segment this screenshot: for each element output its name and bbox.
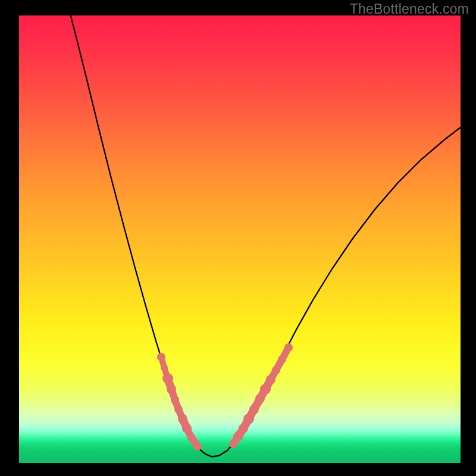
- left-marker-cluster: [157, 353, 202, 450]
- curve-marker: [243, 414, 254, 424]
- curve-marker: [278, 355, 286, 364]
- plot-area: [19, 15, 461, 463]
- curve-marker: [239, 424, 248, 433]
- curve-marker: [233, 432, 243, 441]
- curve-marker: [187, 434, 196, 442]
- curve-marker: [178, 414, 187, 424]
- curve-marker: [193, 442, 202, 450]
- chart-svg: [19, 15, 461, 463]
- curve-marker: [161, 364, 168, 371]
- curve-marker: [182, 424, 192, 433]
- watermark-label: TheBottleneck.com: [350, 1, 469, 17]
- curve-marker: [249, 405, 259, 414]
- curve-marker: [260, 384, 271, 394]
- curve-marker: [266, 375, 275, 384]
- curve-marker: [157, 353, 165, 361]
- chart-frame: TheBottleneck.com: [0, 0, 476, 476]
- curve-marker: [174, 405, 183, 414]
- right-marker-cluster: [229, 343, 293, 448]
- curve-marker: [162, 373, 173, 384]
- curve-marker: [255, 394, 265, 403]
- curve-marker: [284, 343, 293, 352]
- curve-marker: [171, 396, 179, 404]
- curve-marker: [272, 366, 280, 374]
- curve-marker: [167, 384, 176, 394]
